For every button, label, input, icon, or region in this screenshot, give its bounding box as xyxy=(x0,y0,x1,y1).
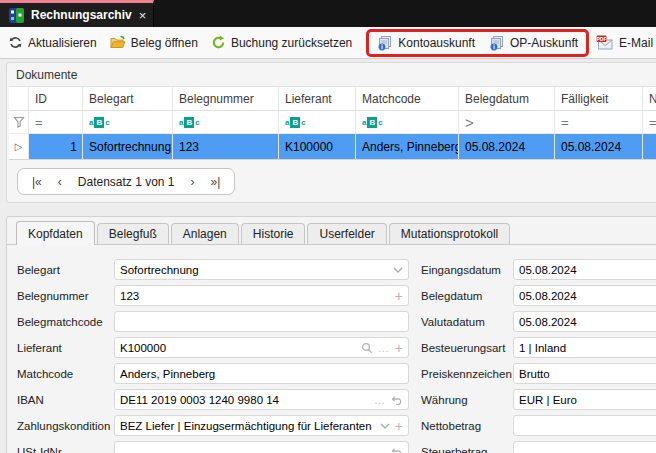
grid-header-rowselect[interactable] xyxy=(9,87,29,111)
filter-belegart-cell[interactable]: aBc xyxy=(83,111,173,134)
cell-belegnummer[interactable]: 123 xyxy=(173,134,279,159)
tab-rechnungsarchiv[interactable]: Rechnungsarchiv × xyxy=(0,0,154,27)
lieferant-label: Lieferant xyxy=(17,342,62,354)
grid-header-faelligkeit[interactable]: Fälligkeit xyxy=(555,87,643,111)
op-info-icon xyxy=(489,35,505,51)
tab-mutationsprotokoll[interactable]: Mutationsprotokoll xyxy=(389,223,510,244)
tab-title: Rechnungsarchiv xyxy=(31,8,132,22)
filter-lieferant-cell[interactable]: aBc xyxy=(279,111,356,134)
email-pdf-button[interactable]: PDF E-Mail xyxy=(596,35,653,51)
nettobetrag-label: Nettobetrag xyxy=(421,420,481,432)
belegnummer-value: 123 xyxy=(120,290,391,302)
matchcode-value: Anders, Pinneberg xyxy=(120,368,403,380)
cell-matchcode[interactable]: Anders, Pinneberg xyxy=(356,134,459,159)
row-indicator-cell: ▷ xyxy=(9,134,29,159)
reset-booking-button[interactable]: Buchung zurücksetzen xyxy=(211,35,352,50)
belegnummer-field[interactable]: 123 + xyxy=(114,285,409,306)
tab-userfelder[interactable]: Userfelder xyxy=(307,223,386,244)
grid-header-nettobetrag[interactable]: Nettobetrag xyxy=(643,87,656,111)
belegart-field[interactable]: Sofortrechnung xyxy=(114,259,409,280)
filter-nettobetrag-cell[interactable]: = xyxy=(643,111,656,134)
grid-header-belegnummer[interactable]: Belegnummer xyxy=(173,87,279,111)
zahlungskondition-field[interactable]: BEZ Liefer | Einzugsermächtigung für Lie… xyxy=(114,415,409,436)
preiskennzeichen-value: Brutto xyxy=(519,368,656,380)
filter-faelligkeit-cell[interactable]: = xyxy=(555,111,643,134)
tab-belegfuss[interactable]: Belegfuß xyxy=(97,223,169,244)
tab-anlagen[interactable]: Anlagen xyxy=(171,223,239,244)
grid-header-belegart[interactable]: Belegart xyxy=(83,87,173,111)
undo-icon[interactable] xyxy=(391,447,403,453)
tab-kopfdaten[interactable]: Kopfdaten xyxy=(16,221,95,245)
funnel-icon xyxy=(13,116,25,128)
cell-lieferant[interactable]: K100000 xyxy=(279,134,356,159)
nav-last-button[interactable]: »| xyxy=(211,175,221,189)
filter-belegnummer-cell[interactable]: aBc xyxy=(173,111,279,134)
nettobetrag-field[interactable] xyxy=(513,415,656,436)
ellipsis-icon[interactable]: … xyxy=(374,394,386,406)
waehrung-field[interactable]: EUR | Euro xyxy=(513,389,656,410)
waehrung-value: EUR | Euro xyxy=(519,394,656,406)
kopfdaten-form: Belegart Sofortrechnung Eingangsdatum 05… xyxy=(7,259,656,453)
form-row: USt-IdNr. … Steuerbetrag xyxy=(7,441,656,453)
nav-prev-button[interactable]: ‹ xyxy=(58,175,62,189)
email-label: E-Mail xyxy=(619,36,653,50)
valutadatum-field[interactable]: 05.08.2024 xyxy=(513,311,656,332)
belegdatum-field[interactable]: 05.08.2024 xyxy=(513,285,656,306)
cell-belegart[interactable]: Sofortrechnung xyxy=(83,134,173,159)
table-row[interactable]: ▷ 1 Sofortrechnung 123 K100000 Anders, P… xyxy=(9,134,656,159)
belegdatum-label: Belegdatum xyxy=(421,290,482,302)
grid-header-belegdatum[interactable]: Belegdatum xyxy=(459,87,555,111)
filter-funnel-cell[interactable] xyxy=(9,111,29,134)
belegnummer-label: Belegnummer xyxy=(17,290,89,302)
grid-header-lieferant[interactable]: Lieferant xyxy=(279,87,356,111)
eingangsdatum-field[interactable]: 05.08.2024 xyxy=(513,259,656,280)
iban-field[interactable]: DE11 2019 0003 1240 9980 14 … xyxy=(114,389,409,410)
ellipsis-icon[interactable]: … xyxy=(374,446,386,453)
ellipsis-icon[interactable]: … xyxy=(378,342,390,354)
grid-header-matchcode[interactable]: Matchcode xyxy=(356,87,459,111)
iban-label: IBAN xyxy=(17,394,44,406)
chevron-down-icon[interactable] xyxy=(393,267,403,273)
plus-icon[interactable]: + xyxy=(395,419,403,433)
grid-filter-row: = aBc aBc aBc aBc > = = xyxy=(9,111,656,134)
row-indicator-icon: ▷ xyxy=(15,141,23,152)
matchcode-field[interactable]: Anders, Pinneberg xyxy=(114,363,409,384)
refresh-button[interactable]: Aktualisieren xyxy=(8,35,97,50)
grid-header-id[interactable]: ID xyxy=(29,87,83,111)
grid-header-row: ID Belegart Belegnummer Lieferant Matchc… xyxy=(9,87,656,111)
plus-icon[interactable]: + xyxy=(395,341,403,355)
cell-belegdatum[interactable]: 05.08.2024 xyxy=(459,134,555,159)
cell-nettobetrag[interactable] xyxy=(643,134,656,159)
zahlungskondition-label: Zahlungskondition xyxy=(17,420,110,432)
nav-next-button[interactable]: › xyxy=(191,175,195,189)
search-icon[interactable] xyxy=(361,342,373,354)
matchcode-label: Matchcode xyxy=(17,368,73,380)
account-statement-button[interactable]: Kontoauskunft xyxy=(377,35,475,51)
tab-historie[interactable]: Historie xyxy=(241,223,306,244)
filter-belegdatum-cell[interactable]: > xyxy=(459,111,555,134)
undo-icon[interactable] xyxy=(391,395,403,405)
nav-first-button[interactable]: |« xyxy=(32,175,42,189)
iban-value: DE11 2019 0003 1240 9980 14 xyxy=(120,394,370,406)
steuerbetrag-field[interactable] xyxy=(513,441,656,453)
form-row: Belegart Sofortrechnung Eingangsdatum 05… xyxy=(7,259,656,285)
dokumente-panel: Dokumente ID Belegart Belegnummer Liefer… xyxy=(6,62,656,203)
op-statement-button[interactable]: OP-Auskunft xyxy=(489,35,578,51)
tab-close-icon[interactable]: × xyxy=(139,8,147,23)
form-row: Lieferant K100000 … + Besteuerungsart 1 … xyxy=(7,337,656,363)
cell-faelligkeit[interactable]: 05.08.2024 xyxy=(555,134,643,159)
zahlungskondition-value: BEZ Liefer | Einzugsermächtigung für Lie… xyxy=(120,420,376,432)
cell-id[interactable]: 1 xyxy=(29,134,83,159)
lieferant-field[interactable]: K100000 … + xyxy=(114,337,409,358)
account-info-icon xyxy=(377,35,393,51)
filter-matchcode-cell[interactable]: aBc xyxy=(356,111,459,134)
open-document-button[interactable]: Beleg öffnen xyxy=(110,35,198,50)
document-tab-bar: Rechnungsarchiv × xyxy=(0,0,656,27)
filter-id-cell[interactable]: = xyxy=(29,111,83,134)
chevron-down-icon[interactable] xyxy=(380,423,390,429)
besteuerungsart-field[interactable]: 1 | Inland xyxy=(513,337,656,358)
belegmatchcode-field[interactable] xyxy=(114,311,409,332)
preiskennzeichen-field[interactable]: Brutto xyxy=(513,363,656,384)
plus-icon[interactable]: + xyxy=(395,289,403,303)
ust-idnr-field[interactable]: … xyxy=(114,441,409,453)
